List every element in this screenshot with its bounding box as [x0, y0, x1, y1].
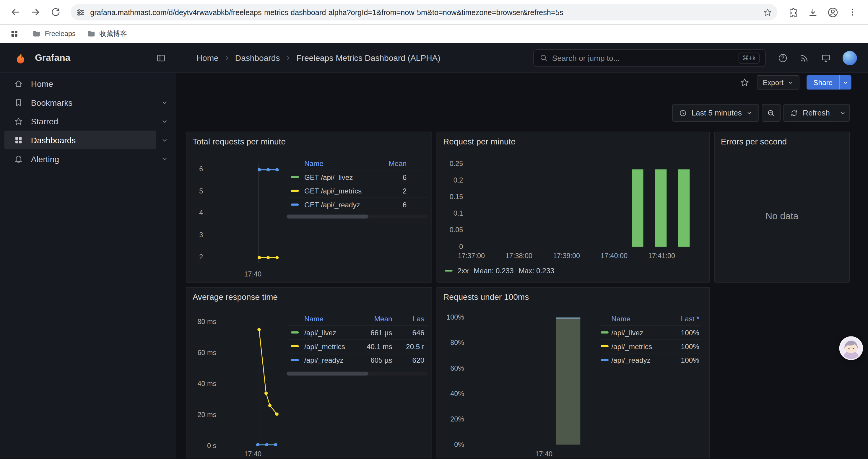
legend-header-name[interactable]: Name: [304, 159, 371, 167]
legend-scrollbar[interactable]: [286, 371, 428, 375]
series-name[interactable]: GET /api/_metrics: [304, 187, 371, 195]
panel-requests-under-100ms[interactable]: Requests under 100ms 100% 80% 60% 40% 20…: [436, 287, 710, 458]
panel-request-per-minute[interactable]: Request per minute 0.25 0.2 0.15 0.1 0.0…: [436, 132, 710, 283]
expand-alerting-button[interactable]: [156, 155, 173, 162]
legend-header-mean[interactable]: Mean: [371, 159, 406, 167]
grafana-logo-icon: [13, 51, 28, 65]
legend-scrollbar[interactable]: [286, 215, 428, 219]
sidebar-item-starred[interactable]: Starred: [4, 112, 173, 131]
forward-button[interactable]: [27, 3, 44, 21]
breadcrumb-home[interactable]: Home: [196, 53, 219, 63]
legend-header-last[interactable]: Las: [392, 315, 425, 323]
chevron-down-icon: [161, 118, 168, 125]
sidebar: Home Bookmarks Starred: [0, 73, 176, 458]
back-button[interactable]: [6, 3, 24, 21]
header-actions: [766, 51, 868, 65]
series-name[interactable]: /api/_livez: [611, 328, 667, 336]
chevron-down-icon: [843, 79, 849, 86]
timeseries-chart: [219, 322, 283, 446]
y-axis-tick: 0%: [440, 441, 464, 448]
url-text[interactable]: grafana.mathmast.com/d/deytv4rwavabkb/fr…: [90, 8, 758, 16]
y-axis-tick: 80%: [440, 339, 464, 347]
search-input[interactable]: Search or jump to... ⌘+k: [533, 49, 766, 67]
x-axis-tick: 17:41:00: [644, 252, 680, 260]
sidebar-item-alerting[interactable]: Alerting: [4, 150, 173, 168]
share-button[interactable]: Share: [807, 75, 839, 90]
series-name[interactable]: /api/_metrics: [304, 342, 354, 350]
export-button[interactable]: Export: [756, 75, 800, 90]
y-axis-tick: 40 ms: [189, 380, 217, 388]
bar-chart: [467, 318, 595, 445]
scrollbar-thumb[interactable]: [286, 371, 368, 375]
sidebar-item-bookmarks[interactable]: Bookmarks: [4, 93, 173, 112]
y-axis-tick: 6: [189, 165, 203, 173]
star-icon: [14, 117, 23, 126]
bookmark-folder-freeleaps[interactable]: Freeleaps: [32, 29, 75, 38]
legend-row: GET /api/_livez 6: [286, 170, 428, 184]
user-avatar[interactable]: [843, 51, 857, 65]
series-name[interactable]: /api/_readyz: [304, 356, 354, 364]
dashboard-main: Export Share Last 5 minutes: [176, 73, 868, 458]
panel-title[interactable]: Requests under 100ms: [443, 292, 529, 302]
display-button[interactable]: [821, 53, 831, 63]
legend-table: Name Mean GET /api/_livez 6 GET /api/_me…: [286, 157, 428, 211]
series-color-dash: [291, 190, 299, 192]
help-button[interactable]: [778, 53, 788, 63]
bookmark-folder-blogs[interactable]: 收藏博客: [87, 29, 127, 38]
series-name[interactable]: /api/_metrics: [611, 342, 667, 350]
scrollbar-thumb[interactable]: [286, 215, 368, 219]
breadcrumb-dashboards[interactable]: Dashboards: [235, 53, 280, 63]
sidebar-toggle-button[interactable]: [154, 51, 168, 65]
brand-name: Grafana: [35, 52, 70, 63]
puzzle-icon: [788, 7, 798, 17]
expand-dashboards-button[interactable]: [156, 136, 173, 143]
share-menu-button[interactable]: [839, 75, 851, 90]
profile-button[interactable]: [824, 3, 841, 21]
monitor-icon: [821, 53, 831, 63]
panel-title[interactable]: Errors per second: [721, 137, 787, 146]
site-info-icon[interactable]: [71, 7, 90, 17]
series-name[interactable]: /api/_livez: [304, 328, 354, 336]
breadcrumb-current: Freeleaps Metrics Dashboard (ALPHA): [297, 53, 440, 63]
address-bar[interactable]: grafana.mathmast.com/d/deytv4rwavabkb/fr…: [71, 4, 777, 21]
expand-starred-button[interactable]: [156, 118, 173, 125]
bookmarks-bar: Freeleaps 收藏博客: [0, 24, 868, 43]
refresh-split-button: Refresh: [783, 104, 850, 122]
panel-title[interactable]: Average response time: [193, 292, 278, 302]
series-name[interactable]: 2xx: [458, 267, 469, 275]
series-name[interactable]: /api/_readyz: [611, 356, 667, 364]
panel-title[interactable]: Total requests per minute: [193, 137, 286, 146]
apps-grid-button[interactable]: [8, 27, 21, 40]
series-name[interactable]: GET /api/_livez: [304, 173, 371, 181]
refresh-interval-button[interactable]: [836, 104, 850, 122]
expand-bookmarks-button[interactable]: [156, 99, 173, 106]
bookmark-star-icon[interactable]: [758, 7, 777, 17]
assistant-avatar-button[interactable]: [839, 336, 863, 360]
extensions-button[interactable]: [784, 3, 802, 21]
x-axis-tick: 17:38:00: [501, 252, 537, 260]
time-range-picker[interactable]: Last 5 minutes: [672, 104, 759, 122]
time-controls: Last 5 minutes Refresh: [672, 104, 850, 122]
panel-total-requests[interactable]: Total requests per minute 6 5 4 3 2 17:4…: [186, 132, 432, 283]
sidebar-item-dashboards[interactable]: Dashboards: [4, 131, 173, 150]
refresh-button[interactable]: Refresh: [783, 104, 836, 122]
reload-icon: [50, 7, 61, 18]
folder-icon: [32, 29, 41, 38]
downloads-button[interactable]: [804, 3, 822, 21]
series-name[interactable]: GET /api/_readyz: [304, 201, 371, 209]
panel-average-response-time[interactable]: Average response time 80 ms 60 ms 40 ms …: [186, 287, 432, 458]
reload-button[interactable]: [46, 3, 64, 21]
panel-title[interactable]: Request per minute: [443, 137, 516, 146]
news-button[interactable]: [800, 53, 809, 63]
legend-header-mean[interactable]: Mean: [354, 315, 392, 323]
legend-header-name[interactable]: Name: [611, 315, 667, 323]
legend-header-last[interactable]: Last *: [667, 315, 699, 323]
legend-header: Name Mean: [286, 157, 428, 170]
grafana-body: Home Bookmarks Starred: [0, 73, 868, 458]
zoom-out-button[interactable]: [762, 104, 780, 122]
favorite-dashboard-button[interactable]: [740, 77, 749, 88]
panel-errors-per-second[interactable]: Errors per second No data: [714, 132, 850, 283]
browser-menu-button[interactable]: [844, 3, 862, 21]
legend-header-name[interactable]: Name: [304, 315, 354, 323]
sidebar-item-home[interactable]: Home: [4, 74, 173, 93]
